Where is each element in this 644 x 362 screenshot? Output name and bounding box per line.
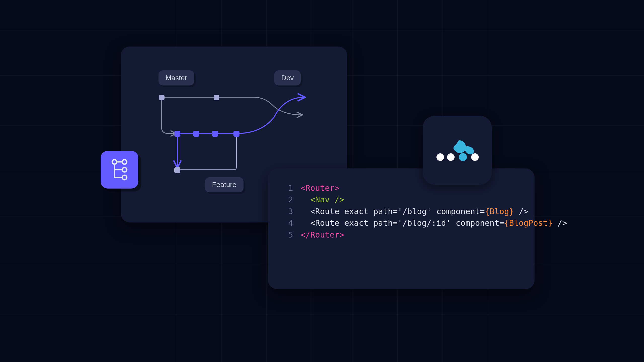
svg-point-27	[447, 153, 455, 161]
svg-rect-18	[193, 131, 199, 137]
svg-point-26	[436, 153, 444, 161]
line-number: 2	[286, 194, 301, 205]
svg-rect-17	[174, 131, 180, 137]
line-content: <Route exact path='/blog/:id' component=…	[301, 217, 567, 229]
svg-point-24	[122, 167, 127, 172]
svg-rect-19	[212, 131, 218, 137]
svg-rect-15	[159, 95, 165, 100]
react-router-logo	[423, 116, 492, 185]
line-number: 4	[286, 217, 301, 229]
line-number: 3	[286, 206, 301, 217]
line-content: <Route exact path='/blog' component={Blo…	[301, 206, 528, 217]
line-content: <Router>	[301, 182, 339, 194]
code-line: 4 <Route exact path='/blog/:id' componen…	[286, 217, 517, 229]
line-number: 5	[286, 229, 301, 241]
code-line: 5</Router>	[286, 229, 517, 241]
svg-point-25	[122, 175, 127, 180]
line-content: </Router>	[301, 229, 344, 241]
code-block: 1<Router>2 <Nav />3 <Route exact path='/…	[286, 182, 517, 241]
code-line: 3 <Route exact path='/blog' component={B…	[286, 206, 517, 217]
svg-rect-20	[233, 131, 239, 137]
code-line: 2 <Nav />	[286, 194, 517, 205]
line-content: <Nav />	[301, 194, 344, 205]
svg-point-28	[471, 153, 479, 161]
svg-rect-16	[214, 95, 219, 100]
git-branch-icon	[101, 151, 138, 189]
code-panel: 1<Router>2 <Nav />3 <Route exact path='/…	[268, 168, 535, 289]
svg-point-23	[122, 160, 127, 164]
svg-point-22	[112, 160, 117, 164]
svg-point-29	[459, 153, 467, 161]
svg-rect-21	[174, 167, 180, 173]
line-number: 1	[286, 182, 301, 194]
